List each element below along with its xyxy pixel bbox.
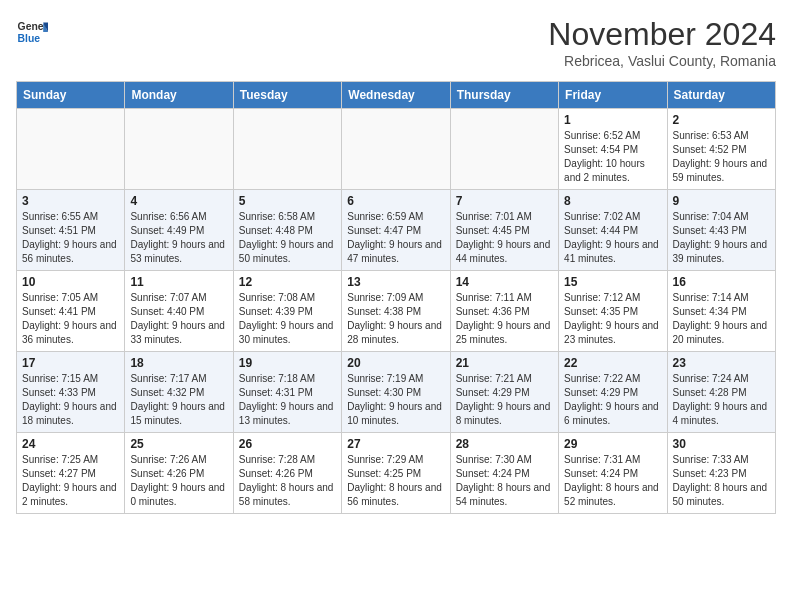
calendar-cell: 25Sunrise: 7:26 AM Sunset: 4:26 PM Dayli… — [125, 433, 233, 514]
day-number: 21 — [456, 356, 553, 370]
calendar-cell: 21Sunrise: 7:21 AM Sunset: 4:29 PM Dayli… — [450, 352, 558, 433]
page-header: General Blue November 2024 Rebricea, Vas… — [16, 16, 776, 69]
day-info: Sunrise: 6:59 AM Sunset: 4:47 PM Dayligh… — [347, 210, 444, 266]
calendar-cell — [450, 109, 558, 190]
day-info: Sunrise: 7:31 AM Sunset: 4:24 PM Dayligh… — [564, 453, 661, 509]
day-number: 4 — [130, 194, 227, 208]
calendar-table: SundayMondayTuesdayWednesdayThursdayFrid… — [16, 81, 776, 514]
day-number: 2 — [673, 113, 770, 127]
day-number: 27 — [347, 437, 444, 451]
day-info: Sunrise: 7:14 AM Sunset: 4:34 PM Dayligh… — [673, 291, 770, 347]
calendar-cell — [342, 109, 450, 190]
day-number: 23 — [673, 356, 770, 370]
calendar-cell: 24Sunrise: 7:25 AM Sunset: 4:27 PM Dayli… — [17, 433, 125, 514]
day-info: Sunrise: 7:24 AM Sunset: 4:28 PM Dayligh… — [673, 372, 770, 428]
day-number: 19 — [239, 356, 336, 370]
calendar-cell: 16Sunrise: 7:14 AM Sunset: 4:34 PM Dayli… — [667, 271, 775, 352]
calendar-cell: 26Sunrise: 7:28 AM Sunset: 4:26 PM Dayli… — [233, 433, 341, 514]
day-info: Sunrise: 6:55 AM Sunset: 4:51 PM Dayligh… — [22, 210, 119, 266]
day-info: Sunrise: 7:18 AM Sunset: 4:31 PM Dayligh… — [239, 372, 336, 428]
svg-text:Blue: Blue — [18, 33, 41, 44]
title-block: November 2024 Rebricea, Vaslui County, R… — [548, 16, 776, 69]
calendar-cell: 1Sunrise: 6:52 AM Sunset: 4:54 PM Daylig… — [559, 109, 667, 190]
day-number: 22 — [564, 356, 661, 370]
day-info: Sunrise: 7:08 AM Sunset: 4:39 PM Dayligh… — [239, 291, 336, 347]
calendar-week-row: 3Sunrise: 6:55 AM Sunset: 4:51 PM Daylig… — [17, 190, 776, 271]
calendar-week-row: 10Sunrise: 7:05 AM Sunset: 4:41 PM Dayli… — [17, 271, 776, 352]
day-number: 8 — [564, 194, 661, 208]
day-number: 20 — [347, 356, 444, 370]
calendar-cell: 19Sunrise: 7:18 AM Sunset: 4:31 PM Dayli… — [233, 352, 341, 433]
weekday-header-wednesday: Wednesday — [342, 82, 450, 109]
location-subtitle: Rebricea, Vaslui County, Romania — [548, 53, 776, 69]
day-number: 29 — [564, 437, 661, 451]
month-title: November 2024 — [548, 16, 776, 53]
calendar-week-row: 24Sunrise: 7:25 AM Sunset: 4:27 PM Dayli… — [17, 433, 776, 514]
day-info: Sunrise: 6:56 AM Sunset: 4:49 PM Dayligh… — [130, 210, 227, 266]
day-number: 9 — [673, 194, 770, 208]
day-number: 30 — [673, 437, 770, 451]
calendar-cell: 11Sunrise: 7:07 AM Sunset: 4:40 PM Dayli… — [125, 271, 233, 352]
day-number: 17 — [22, 356, 119, 370]
day-number: 12 — [239, 275, 336, 289]
day-info: Sunrise: 7:30 AM Sunset: 4:24 PM Dayligh… — [456, 453, 553, 509]
calendar-cell: 14Sunrise: 7:11 AM Sunset: 4:36 PM Dayli… — [450, 271, 558, 352]
day-number: 11 — [130, 275, 227, 289]
day-info: Sunrise: 7:09 AM Sunset: 4:38 PM Dayligh… — [347, 291, 444, 347]
day-number: 7 — [456, 194, 553, 208]
day-number: 26 — [239, 437, 336, 451]
calendar-cell: 8Sunrise: 7:02 AM Sunset: 4:44 PM Daylig… — [559, 190, 667, 271]
weekday-header-thursday: Thursday — [450, 82, 558, 109]
day-number: 1 — [564, 113, 661, 127]
day-info: Sunrise: 7:29 AM Sunset: 4:25 PM Dayligh… — [347, 453, 444, 509]
calendar-cell: 17Sunrise: 7:15 AM Sunset: 4:33 PM Dayli… — [17, 352, 125, 433]
day-info: Sunrise: 7:02 AM Sunset: 4:44 PM Dayligh… — [564, 210, 661, 266]
calendar-cell — [125, 109, 233, 190]
day-info: Sunrise: 7:21 AM Sunset: 4:29 PM Dayligh… — [456, 372, 553, 428]
calendar-cell: 29Sunrise: 7:31 AM Sunset: 4:24 PM Dayli… — [559, 433, 667, 514]
weekday-header-monday: Monday — [125, 82, 233, 109]
calendar-cell: 27Sunrise: 7:29 AM Sunset: 4:25 PM Dayli… — [342, 433, 450, 514]
calendar-cell: 7Sunrise: 7:01 AM Sunset: 4:45 PM Daylig… — [450, 190, 558, 271]
calendar-cell: 22Sunrise: 7:22 AM Sunset: 4:29 PM Dayli… — [559, 352, 667, 433]
day-info: Sunrise: 7:17 AM Sunset: 4:32 PM Dayligh… — [130, 372, 227, 428]
day-info: Sunrise: 6:58 AM Sunset: 4:48 PM Dayligh… — [239, 210, 336, 266]
calendar-cell: 18Sunrise: 7:17 AM Sunset: 4:32 PM Dayli… — [125, 352, 233, 433]
calendar-cell: 28Sunrise: 7:30 AM Sunset: 4:24 PM Dayli… — [450, 433, 558, 514]
day-info: Sunrise: 7:25 AM Sunset: 4:27 PM Dayligh… — [22, 453, 119, 509]
logo-icon: General Blue — [16, 16, 48, 48]
day-number: 18 — [130, 356, 227, 370]
calendar-cell: 4Sunrise: 6:56 AM Sunset: 4:49 PM Daylig… — [125, 190, 233, 271]
day-number: 13 — [347, 275, 444, 289]
calendar-cell: 9Sunrise: 7:04 AM Sunset: 4:43 PM Daylig… — [667, 190, 775, 271]
weekday-header-saturday: Saturday — [667, 82, 775, 109]
calendar-week-row: 17Sunrise: 7:15 AM Sunset: 4:33 PM Dayli… — [17, 352, 776, 433]
day-info: Sunrise: 7:15 AM Sunset: 4:33 PM Dayligh… — [22, 372, 119, 428]
calendar-cell: 23Sunrise: 7:24 AM Sunset: 4:28 PM Dayli… — [667, 352, 775, 433]
calendar-cell: 5Sunrise: 6:58 AM Sunset: 4:48 PM Daylig… — [233, 190, 341, 271]
day-info: Sunrise: 7:04 AM Sunset: 4:43 PM Dayligh… — [673, 210, 770, 266]
calendar-cell: 2Sunrise: 6:53 AM Sunset: 4:52 PM Daylig… — [667, 109, 775, 190]
calendar-cell: 12Sunrise: 7:08 AM Sunset: 4:39 PM Dayli… — [233, 271, 341, 352]
calendar-cell — [17, 109, 125, 190]
day-number: 10 — [22, 275, 119, 289]
calendar-cell: 3Sunrise: 6:55 AM Sunset: 4:51 PM Daylig… — [17, 190, 125, 271]
weekday-header-friday: Friday — [559, 82, 667, 109]
day-number: 5 — [239, 194, 336, 208]
calendar-cell: 15Sunrise: 7:12 AM Sunset: 4:35 PM Dayli… — [559, 271, 667, 352]
day-info: Sunrise: 7:12 AM Sunset: 4:35 PM Dayligh… — [564, 291, 661, 347]
day-info: Sunrise: 7:11 AM Sunset: 4:36 PM Dayligh… — [456, 291, 553, 347]
calendar-cell: 30Sunrise: 7:33 AM Sunset: 4:23 PM Dayli… — [667, 433, 775, 514]
day-info: Sunrise: 7:01 AM Sunset: 4:45 PM Dayligh… — [456, 210, 553, 266]
day-number: 14 — [456, 275, 553, 289]
day-info: Sunrise: 7:07 AM Sunset: 4:40 PM Dayligh… — [130, 291, 227, 347]
day-number: 3 — [22, 194, 119, 208]
day-number: 25 — [130, 437, 227, 451]
day-number: 16 — [673, 275, 770, 289]
weekday-header-tuesday: Tuesday — [233, 82, 341, 109]
day-info: Sunrise: 7:22 AM Sunset: 4:29 PM Dayligh… — [564, 372, 661, 428]
calendar-cell: 6Sunrise: 6:59 AM Sunset: 4:47 PM Daylig… — [342, 190, 450, 271]
day-number: 6 — [347, 194, 444, 208]
weekday-header-sunday: Sunday — [17, 82, 125, 109]
calendar-week-row: 1Sunrise: 6:52 AM Sunset: 4:54 PM Daylig… — [17, 109, 776, 190]
